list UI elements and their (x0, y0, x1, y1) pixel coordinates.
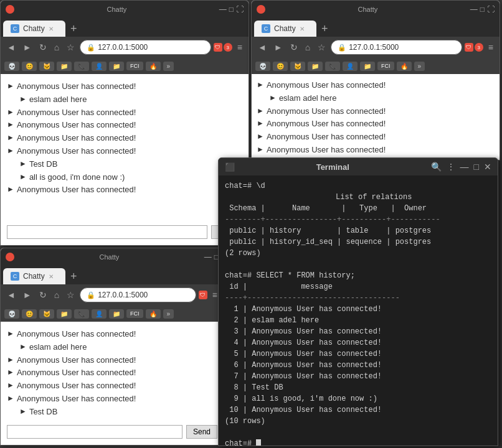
address-bar-1[interactable]: 🔒 127.0.0.1:5000 (80, 40, 211, 55)
bookmark-fire-1[interactable]: 🔥 (146, 62, 161, 71)
terminal-maximize-icon[interactable]: □ (474, 162, 479, 172)
bookmark-page-btn-1[interactable]: ☆ (64, 41, 77, 54)
terminal-close-icon[interactable]: ✕ (484, 162, 491, 172)
maximize-btn-1[interactable]: □ (229, 5, 234, 14)
term-line-6: public | history_id_seq | sequence | pos… (225, 236, 491, 248)
forward-btn-3[interactable]: ► (21, 289, 34, 301)
new-tab-btn-3[interactable]: + (65, 268, 82, 284)
reload-btn-1[interactable]: ↻ (37, 41, 49, 54)
tab-close-2[interactable]: ✕ (300, 26, 305, 32)
minimize-btn-1[interactable]: — (219, 5, 227, 14)
forward-btn-1[interactable]: ► (21, 41, 34, 54)
term-line-1: chat=# \d (225, 180, 491, 192)
bookmark-phone-2[interactable]: 📞 (325, 62, 340, 71)
bookmark-cat-1[interactable]: 🐱 (39, 62, 54, 71)
bookmark-folder-3[interactable]: 📁 (57, 309, 72, 319)
nav-bar-1: ◄ ► ↻ ⌂ ☆ 🔒 127.0.0.1:5000 🛡 3 ≡ (1, 37, 249, 58)
terminal-minimize-icon[interactable]: — (460, 162, 469, 172)
bookmark-skull-2[interactable]: 💀 (255, 62, 270, 71)
bookmark-smile-2[interactable]: 😊 (273, 62, 288, 71)
bookmark-fire-3[interactable]: 🔥 (146, 309, 161, 319)
bookmark-smile-3[interactable]: 😊 (22, 309, 37, 319)
msg-2-1: ► Anonymous User has connected! (257, 79, 495, 92)
bookmark-fci-2[interactable]: FCI (377, 62, 394, 70)
reload-btn-3[interactable]: ↻ (37, 289, 49, 301)
back-btn-2[interactable]: ◄ (255, 41, 269, 54)
msg-1-5: ► Anonymous User has connected! (7, 132, 242, 145)
terminal-search-icon[interactable]: 🔍 (431, 162, 442, 172)
new-tab-btn-1[interactable]: + (65, 21, 82, 37)
tab-chatty-2[interactable]: C Chatty ✕ (254, 21, 316, 37)
bookmark-folder-2[interactable]: 📁 (308, 62, 323, 71)
bookmark-more-2[interactable]: » (414, 62, 425, 71)
reload-btn-2[interactable]: ↻ (288, 41, 300, 54)
close-button-2[interactable] (257, 5, 265, 14)
minimize-btn-2[interactable]: — (470, 5, 478, 14)
bookmark-folder2-3[interactable]: 📁 (109, 309, 124, 319)
term-line-2: List of relations (225, 192, 491, 203)
bookmark-phone-1[interactable]: 📞 (74, 62, 89, 71)
home-btn-3[interactable]: ⌂ (52, 289, 62, 301)
term-line-21: (10 rows) (225, 416, 491, 427)
address-bar-2[interactable]: 🔒 127.0.0.1:5000 (331, 40, 462, 55)
fullscreen-btn-2[interactable]: ⛶ (487, 5, 495, 14)
bookmark-fci-3[interactable]: FCI (126, 309, 143, 318)
term-line-15: 5 | Anonymous User has connected! (225, 348, 491, 360)
bookmark-page-btn-2[interactable]: ☆ (315, 41, 328, 54)
window-controls-2 (257, 5, 265, 14)
bookmark-skull-1[interactable]: 💀 (4, 62, 19, 71)
close-button-1[interactable] (6, 5, 14, 14)
bookmark-person-3[interactable]: 👤 (92, 309, 107, 319)
lock-icon-3: 🔒 (87, 291, 95, 299)
bookmarks-bar-1: 💀 😊 🐱 📁 📞 👤 📁 FCI 🔥 » (1, 58, 249, 74)
browser-window-3: Chatty — □ C Chatty ✕ + ◄ ► ↻ ⌂ ☆ 🔒 127.… (0, 248, 224, 446)
bookmark-fci-1[interactable]: FCI (126, 62, 143, 70)
term-line-5: public | history | table | postgres (225, 225, 491, 236)
bookmark-folder2-2[interactable]: 📁 (360, 62, 375, 71)
tab-close-1[interactable]: ✕ (49, 26, 54, 32)
bookmark-folder-1[interactable]: 📁 (57, 62, 72, 71)
tab-favicon-1: C (11, 24, 19, 33)
bookmark-phone-3[interactable]: 📞 (74, 309, 89, 319)
menu-btn-2[interactable]: ≡ (486, 41, 496, 54)
tab-chatty-1[interactable]: C Chatty ✕ (3, 21, 65, 37)
home-btn-1[interactable]: ⌂ (52, 41, 62, 54)
lock-icon-2: 🔒 (338, 44, 346, 52)
tab-close-3[interactable]: ✕ (49, 273, 54, 280)
browser-content-2: ► Anonymous User has connected! ► eslam … (252, 74, 500, 160)
tab-chatty-3[interactable]: C Chatty ✕ (3, 268, 65, 284)
lock-icon-1: 🔒 (87, 44, 95, 52)
close-button-3[interactable] (6, 253, 14, 261)
terminal-body[interactable]: chat=# \d List of relations Schema | Nam… (219, 175, 498, 446)
msg-1-8: ► all is good, i'm done now :) (7, 171, 242, 184)
nav-bar-2: ◄ ► ↻ ⌂ ☆ 🔒 127.0.0.1:5000 🛡 3 ≡ (252, 37, 500, 58)
terminal-menu-icon[interactable]: ⋮ (447, 162, 455, 172)
maximize-btn-2[interactable]: □ (480, 5, 485, 14)
address-bar-3[interactable]: 🔒 127.0.0.1:5000 (80, 287, 196, 302)
menu-btn-1[interactable]: ≡ (235, 41, 245, 54)
fullscreen-btn-1[interactable]: ⛶ (236, 5, 244, 14)
minimize-btn-3[interactable]: — (204, 253, 212, 261)
bookmark-smile-1[interactable]: 😊 (22, 62, 37, 71)
bookmark-person-1[interactable]: 👤 (92, 62, 107, 71)
bookmark-person-2[interactable]: 👤 (343, 62, 358, 71)
chat-input-3[interactable] (7, 425, 182, 439)
send-button-3[interactable]: Send (186, 425, 217, 439)
bookmark-cat-2[interactable]: 🐱 (290, 62, 305, 71)
title-bar-1: Chatty — □ ⛶ (1, 1, 249, 18)
new-tab-btn-2[interactable]: + (316, 21, 333, 37)
bookmark-fire-2[interactable]: 🔥 (397, 62, 412, 71)
back-btn-1[interactable]: ◄ (4, 41, 18, 54)
bookmark-more-1[interactable]: » (163, 62, 174, 71)
home-btn-2[interactable]: ⌂ (303, 41, 313, 54)
forward-btn-2[interactable]: ► (272, 41, 285, 54)
bookmark-more-3[interactable]: » (163, 309, 174, 319)
msg-3-3: ► Anonymous User has connected! (7, 354, 217, 367)
chat-input-1[interactable] (7, 225, 207, 239)
bookmark-page-btn-3[interactable]: ☆ (64, 289, 77, 301)
terminal-window: ⬛ Terminal 🔍 ⋮ — □ ✕ chat=# \d List of r… (218, 157, 498, 446)
bookmark-cat-3[interactable]: 🐱 (39, 309, 54, 319)
bookmark-folder2-1[interactable]: 📁 (109, 62, 124, 71)
back-btn-3[interactable]: ◄ (4, 289, 18, 301)
bookmark-skull-3[interactable]: 💀 (4, 309, 19, 319)
